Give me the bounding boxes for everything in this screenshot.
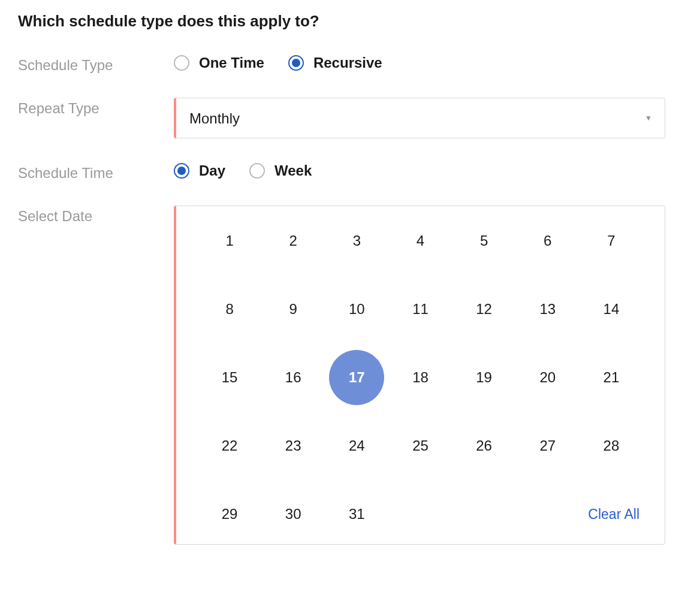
calendar-day[interactable]: 4 <box>392 225 448 256</box>
radio-one-time[interactable]: One Time <box>174 55 264 71</box>
calendar-day[interactable]: 27 <box>520 430 576 461</box>
calendar-day[interactable]: 6 <box>520 225 576 256</box>
calendar-day[interactable]: 30 <box>265 499 321 530</box>
radio-label-day: Day <box>199 162 225 179</box>
date-picker: 1234567891011121314151617181920212223242… <box>174 206 665 545</box>
calendar-day[interactable]: 31 <box>328 499 385 530</box>
calendar-day[interactable]: 16 <box>265 362 321 393</box>
radio-circle-icon <box>174 163 189 179</box>
label-repeat-type: Repeat Type <box>18 98 174 117</box>
calendar-grid: 1234567891011121314151617181920212223242… <box>198 225 643 530</box>
schedule-time-radio-group: Day Week <box>174 162 679 179</box>
calendar-day[interactable]: 5 <box>456 225 512 256</box>
label-schedule-type: Schedule Type <box>18 55 174 74</box>
calendar-day[interactable]: 9 <box>265 294 321 325</box>
calendar-day[interactable]: 14 <box>583 294 639 325</box>
row-select-date: Select Date 1234567891011121314151617181… <box>18 206 679 545</box>
calendar-day[interactable]: 13 <box>520 294 576 325</box>
calendar-day[interactable]: 23 <box>265 430 321 461</box>
schedule-form: Which schedule type does this apply to? … <box>0 0 697 569</box>
radio-day[interactable]: Day <box>174 162 225 179</box>
row-schedule-time: Schedule Time Day Week <box>18 162 679 182</box>
schedule-type-radio-group: One Time Recursive <box>174 55 679 71</box>
clear-all-link[interactable]: Clear All <box>588 506 643 523</box>
repeat-type-select-wrap: Monthly ▼ <box>174 98 665 138</box>
row-schedule-type: Schedule Type One Time Recursive <box>18 55 679 74</box>
row-repeat-type: Repeat Type Monthly ▼ <box>18 98 679 138</box>
radio-circle-icon <box>174 55 189 71</box>
calendar-day[interactable]: 8 <box>201 294 258 325</box>
calendar-day[interactable]: 2 <box>265 225 321 256</box>
calendar-day[interactable]: 29 <box>201 499 258 530</box>
calendar-day[interactable]: 26 <box>456 430 512 461</box>
calendar-day[interactable]: 28 <box>583 430 639 461</box>
calendar-day[interactable]: 15 <box>201 362 258 393</box>
section-heading: Which schedule type does this apply to? <box>18 12 679 31</box>
calendar-day[interactable]: 17 <box>328 362 385 393</box>
calendar-day[interactable]: 11 <box>392 294 448 325</box>
radio-circle-icon <box>288 55 304 71</box>
calendar-day[interactable]: 21 <box>583 362 639 393</box>
calendar-day[interactable]: 10 <box>328 294 385 325</box>
calendar-day[interactable]: 19 <box>456 362 512 393</box>
calendar-day[interactable]: 25 <box>392 430 448 461</box>
radio-label-one-time: One Time <box>199 55 264 71</box>
radio-recursive[interactable]: Recursive <box>288 55 382 71</box>
calendar-day[interactable]: 22 <box>201 430 258 461</box>
radio-circle-icon <box>249 163 265 179</box>
calendar-day[interactable]: 20 <box>520 362 576 393</box>
repeat-type-select[interactable]: Monthly <box>174 98 665 138</box>
calendar-day[interactable]: 12 <box>456 294 512 325</box>
radio-label-recursive: Recursive <box>313 55 382 71</box>
calendar-day[interactable]: 24 <box>328 430 385 461</box>
calendar-day[interactable]: 3 <box>328 225 385 256</box>
label-select-date: Select Date <box>18 206 174 225</box>
radio-week[interactable]: Week <box>249 162 312 179</box>
calendar-day[interactable]: 7 <box>583 225 639 256</box>
label-schedule-time: Schedule Time <box>18 162 174 182</box>
calendar-day[interactable]: 1 <box>201 225 258 256</box>
calendar-day[interactable]: 18 <box>392 362 448 393</box>
radio-label-week: Week <box>274 162 312 179</box>
